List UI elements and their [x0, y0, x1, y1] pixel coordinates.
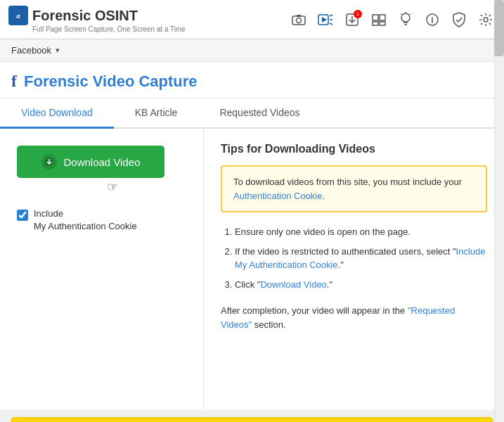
download-video-button[interactable]: Download Video: [17, 146, 164, 178]
warning-text-1: To download videos from this site, you m…: [233, 177, 462, 187]
app-header: a Forensic OSINT Full Page Screen Captur…: [0, 0, 504, 39]
tab-kb-article[interactable]: KB Article: [114, 98, 199, 129]
left-panel: Download Video ☞ IncludeMy Authenticatio…: [0, 129, 204, 410]
svg-rect-14: [373, 22, 378, 25]
completion-text: After completion, your video will appear…: [221, 304, 487, 331]
shield-check-icon[interactable]: [449, 10, 469, 30]
auth-cookie-label: IncludeMy Authentication Cookie: [34, 207, 137, 233]
svg-rect-13: [380, 15, 385, 20]
warning-auth-link: Authentication Cookie: [233, 191, 322, 201]
tab-bar: Video Download KB Article Requested Vide…: [0, 98, 504, 129]
context-label[interactable]: Facebook: [11, 45, 51, 56]
steps-list: Ensure only one video is open on the pag…: [221, 225, 487, 291]
svg-point-3: [297, 18, 302, 23]
title-suffix: Capture: [134, 72, 197, 90]
page-title: Forensic Video Capture: [24, 72, 198, 91]
requested-videos-link: "Requested Videos": [221, 305, 455, 330]
auth-cookie-row: IncludeMy Authentication Cookie: [17, 207, 186, 233]
tab-video-download[interactable]: Video Download: [0, 98, 114, 129]
step-1: Ensure only one video is open on the pag…: [235, 225, 487, 239]
download-btn-icon: [41, 154, 57, 170]
title-highlight: Video: [93, 72, 135, 90]
video-play-icon[interactable]: [316, 10, 335, 30]
facebook-f-icon: f: [11, 72, 17, 91]
download-video-label: Download Video: [64, 156, 141, 168]
context-bar: Facebook ▾: [0, 39, 504, 62]
svg-line-7: [330, 15, 332, 16]
app-subtitle: Full Page Screen Capture, One Screen at …: [32, 25, 186, 33]
step-2: If the video is restricted to authentica…: [235, 245, 487, 272]
download-queue-icon[interactable]: 1: [342, 10, 362, 30]
warning-text-2: .: [322, 191, 325, 201]
cursor-hand-icon: ☞: [107, 179, 186, 195]
svg-line-8: [330, 23, 332, 25]
app-logo: a Forensic OSINT: [8, 6, 186, 25]
auth-cookie-checkbox[interactable]: [17, 210, 28, 221]
tab-requested-videos[interactable]: Requested Videos: [198, 98, 321, 129]
layers-icon[interactable]: [369, 10, 389, 30]
svg-marker-6: [322, 17, 327, 23]
svg-point-16: [401, 13, 410, 22]
svg-rect-12: [373, 15, 378, 20]
camera-icon[interactable]: [289, 10, 309, 30]
tips-title: Tips for Downloading Videos: [221, 143, 487, 155]
content-area: Download Video ☞ IncludeMy Authenticatio…: [0, 129, 504, 410]
app-name: Forensic OSINT: [32, 8, 138, 24]
page-title-bar: f Forensic Video Capture: [0, 62, 504, 98]
right-panel: Tips for Downloading Videos To download …: [204, 129, 504, 410]
svg-text:i: i: [431, 15, 433, 25]
svg-line-20: [401, 13, 402, 15]
bulb-icon[interactable]: [396, 10, 415, 30]
warning-box: To download videos from this site, you m…: [221, 165, 487, 212]
step-3: Click "Download Video.": [235, 278, 487, 292]
info-circle-icon[interactable]: i: [422, 10, 442, 30]
download-badge: 1: [354, 10, 362, 18]
scrollbar-thumb[interactable]: [494, 0, 504, 56]
header-icon-group: 1: [289, 10, 496, 30]
svg-rect-15: [380, 22, 385, 25]
header-logo-section: a Forensic OSINT Full Page Screen Captur…: [8, 6, 186, 33]
scrollbar-track: [494, 0, 504, 422]
svg-text:a: a: [16, 11, 20, 20]
security-banner: Important Security Information - Authent…: [11, 417, 493, 422]
svg-rect-4: [297, 15, 301, 17]
title-prefix: Forensic: [24, 72, 93, 90]
svg-line-21: [410, 13, 411, 15]
gear-settings-icon[interactable]: [476, 10, 496, 30]
svg-point-24: [484, 18, 488, 22]
context-chevron[interactable]: ▾: [56, 46, 60, 55]
logo-icon: a: [8, 6, 28, 25]
